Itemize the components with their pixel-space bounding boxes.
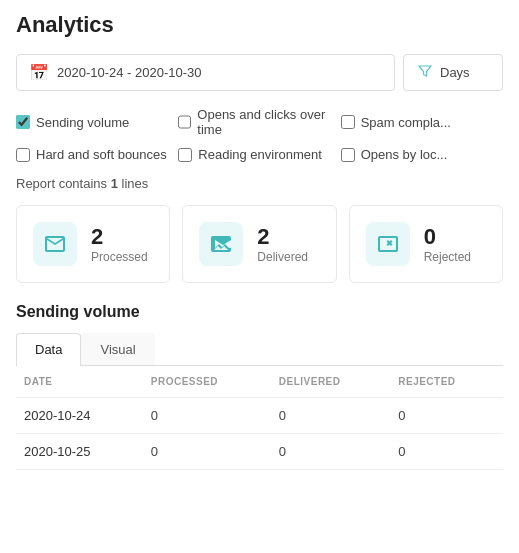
- filter-row: 📅 2020-10-24 - 2020-10-30 Days: [16, 54, 503, 91]
- col-processed: PROCESSED: [143, 366, 271, 398]
- col-date: DATE: [16, 366, 143, 398]
- days-filter-label: Days: [440, 65, 470, 80]
- delivered-icon: [199, 222, 243, 266]
- checkbox-sending-volume-label: Sending volume: [36, 115, 129, 130]
- report-info: Report contains 1 lines: [16, 176, 503, 191]
- checkbox-opens-by-loc[interactable]: Opens by loc...: [341, 147, 503, 162]
- checkbox-bounces-input[interactable]: [16, 148, 30, 162]
- rejected-icon: [366, 222, 410, 266]
- col-rejected: REJECTED: [390, 366, 503, 398]
- tab-data[interactable]: Data: [16, 333, 81, 366]
- table-header: DATE PROCESSED DELIVERED REJECTED: [16, 366, 503, 398]
- stat-card-rejected: 0 Rejected: [349, 205, 503, 283]
- cell-date: 2020-10-25: [16, 434, 143, 470]
- processed-number: 2: [91, 224, 148, 250]
- processed-icon: [33, 222, 77, 266]
- checkbox-reading-env-input[interactable]: [178, 148, 192, 162]
- checkbox-spam[interactable]: Spam compla...: [341, 107, 503, 137]
- table-header-row: DATE PROCESSED DELIVERED REJECTED: [16, 366, 503, 398]
- tabs-row: Data Visual: [16, 333, 503, 366]
- cell-rejected: 0: [390, 434, 503, 470]
- delivered-label: Delivered: [257, 250, 308, 264]
- stats-row: 2 Processed 2 Delivered 0: [16, 205, 503, 283]
- processed-info: 2 Processed: [91, 224, 148, 264]
- stat-card-processed: 2 Processed: [16, 205, 170, 283]
- tab-visual[interactable]: Visual: [81, 333, 154, 365]
- processed-label: Processed: [91, 250, 148, 264]
- col-delivered: DELIVERED: [271, 366, 390, 398]
- checkboxes-row: Sending volume Opens and clicks over tim…: [16, 107, 503, 162]
- date-range-value: 2020-10-24 - 2020-10-30: [57, 65, 202, 80]
- checkbox-sending-volume-input[interactable]: [16, 115, 30, 129]
- rejected-number: 0: [424, 224, 471, 250]
- sending-volume-title: Sending volume: [16, 303, 503, 321]
- rejected-info: 0 Rejected: [424, 224, 471, 264]
- table-row: 2020-10-25000: [16, 434, 503, 470]
- cell-rejected: 0: [390, 398, 503, 434]
- report-count: 1: [111, 176, 118, 191]
- table-body: 2020-10-240002020-10-25000: [16, 398, 503, 470]
- cell-delivered: 0: [271, 398, 390, 434]
- checkbox-bounces-label: Hard and soft bounces: [36, 147, 167, 162]
- cell-date: 2020-10-24: [16, 398, 143, 434]
- date-range-input[interactable]: 📅 2020-10-24 - 2020-10-30: [16, 54, 395, 91]
- cell-delivered: 0: [271, 434, 390, 470]
- checkbox-opens-clicks-input[interactable]: [178, 115, 191, 129]
- cell-processed: 0: [143, 398, 271, 434]
- page-title: Analytics: [16, 12, 503, 38]
- table-row: 2020-10-24000: [16, 398, 503, 434]
- filter-icon: [418, 64, 432, 81]
- report-suffix: lines: [118, 176, 148, 191]
- page-container: Analytics 📅 2020-10-24 - 2020-10-30 Days…: [0, 0, 519, 482]
- delivered-number: 2: [257, 224, 308, 250]
- checkbox-opens-clicks-label: Opens and clicks over time: [197, 107, 340, 137]
- checkbox-opens-clicks[interactable]: Opens and clicks over time: [178, 107, 340, 137]
- checkbox-sending-volume[interactable]: Sending volume: [16, 107, 178, 137]
- checkbox-reading-env[interactable]: Reading environment: [178, 147, 340, 162]
- delivered-info: 2 Delivered: [257, 224, 308, 264]
- checkbox-opens-by-loc-input[interactable]: [341, 148, 355, 162]
- checkbox-spam-input[interactable]: [341, 115, 355, 129]
- report-prefix: Report contains: [16, 176, 111, 191]
- checkbox-reading-env-label: Reading environment: [198, 147, 322, 162]
- checkbox-opens-by-loc-label: Opens by loc...: [361, 147, 448, 162]
- checkbox-spam-label: Spam compla...: [361, 115, 451, 130]
- rejected-label: Rejected: [424, 250, 471, 264]
- days-filter[interactable]: Days: [403, 54, 503, 91]
- data-table: DATE PROCESSED DELIVERED REJECTED 2020-1…: [16, 366, 503, 470]
- cell-processed: 0: [143, 434, 271, 470]
- stat-card-delivered: 2 Delivered: [182, 205, 336, 283]
- checkbox-bounces[interactable]: Hard and soft bounces: [16, 147, 178, 162]
- calendar-icon: 📅: [29, 63, 49, 82]
